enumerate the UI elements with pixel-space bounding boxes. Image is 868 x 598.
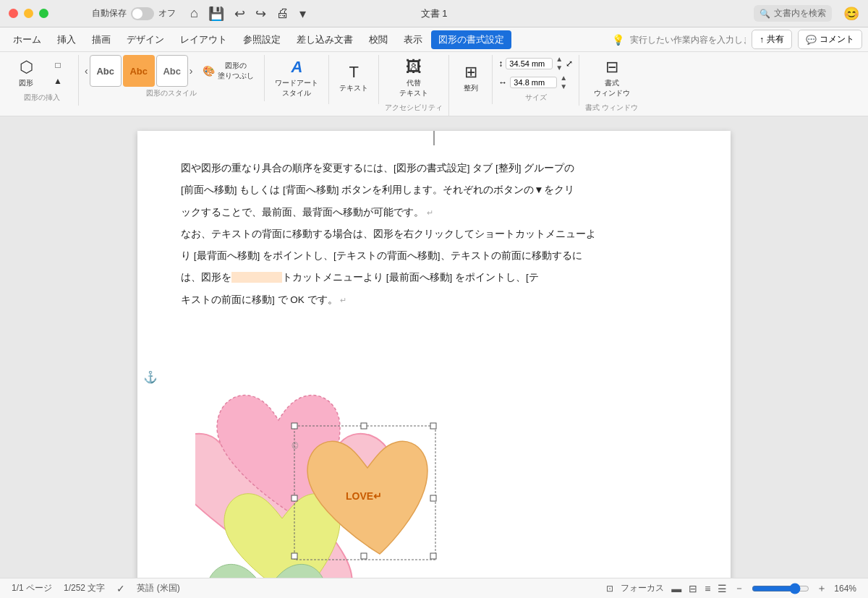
sel-handle-ml[interactable]	[292, 495, 297, 501]
ribbon-size-content: ↕ ▲ ▼ ⤢ ↔ ▲ ▼	[498, 55, 573, 91]
format-window-button[interactable]: ⊟ 書式 ウィンドウ	[590, 55, 634, 101]
close-button[interactable]	[9, 9, 18, 18]
ribbon-styles-content: ‹ Abc Abc Abc › 🎨 図形の 塗りつぶし	[85, 55, 258, 87]
menu-mailings[interactable]: 差し込み文書	[289, 30, 360, 49]
zoom-slider[interactable]	[752, 583, 809, 594]
sel-handle-br[interactable]	[430, 553, 436, 559]
ribbon: ⬡ 図形 □ ▲ 図形の挿入	[0, 52, 868, 116]
menu-review[interactable]: 校閲	[362, 30, 395, 49]
text-line-5: り [最背面へ移動] をポイントし、[テキストの背面へ移動]、テキストの前面に移…	[181, 250, 582, 261]
sel-handle-mr[interactable]	[430, 495, 436, 501]
shape-dropdown[interactable]: ⬡ 図形	[12, 55, 41, 91]
home-icon[interactable]: ⌂	[190, 6, 198, 21]
width-up[interactable]: ▲	[560, 74, 567, 82]
shape-sub-icon2: ▲	[54, 76, 62, 86]
user-icon[interactable]: 😊	[843, 6, 859, 22]
view-outline-icon[interactable]: ☰	[718, 583, 727, 594]
alt-text-button[interactable]: 🖼 代替 テキスト	[395, 55, 433, 101]
style-box-1[interactable]: Abc	[90, 55, 122, 87]
menu-draw[interactable]: 描画	[85, 30, 118, 49]
ribbon-group-styles: ‹ Abc Abc Abc › 🎨 図形の 塗りつぶし	[79, 55, 265, 101]
para-mark-1: ↵	[427, 208, 433, 217]
ribbon-arrange-content: ⊞ 整列	[456, 55, 485, 101]
style-box-3[interactable]: Abc	[156, 55, 188, 87]
styles-nav-next[interactable]: ›	[190, 65, 193, 77]
menu-references[interactable]: 参照設定	[236, 30, 288, 49]
wordart-icon: A	[291, 58, 302, 77]
size-height-row: ↕ ▲ ▼ ⤢	[498, 55, 573, 72]
search-box[interactable]: 🔍 文書内を検索	[754, 5, 832, 22]
arrange-icon: ⊞	[464, 63, 477, 82]
save-icon[interactable]: 💾	[208, 6, 224, 22]
shape-sub-btn1[interactable]: □	[43, 58, 72, 72]
print-icon[interactable]: 🖨	[276, 6, 289, 21]
language-indicator[interactable]: 英語 (米国)	[137, 582, 179, 594]
wordart-button[interactable]: A ワードアート スタイル	[271, 55, 323, 101]
height-up[interactable]: ▲	[556, 55, 563, 64]
styles-nav-prev[interactable]: ‹	[85, 65, 88, 77]
comment-icon: 💬	[806, 35, 817, 45]
height-down[interactable]: ▼	[556, 64, 563, 72]
width-down[interactable]: ▼	[560, 82, 567, 91]
share-button[interactable]: ↑ 共有	[752, 30, 792, 49]
status-right: ⊡ フォーカス ▬ ⊟ ≡ ☰ － ＋ 164%	[606, 582, 856, 595]
page-indicator: 1/1 ページ	[12, 582, 52, 594]
maximize-button[interactable]	[39, 9, 48, 18]
help-input[interactable]	[630, 35, 746, 45]
menu-bar: ホーム 挿入 描画 デザイン レイアウト 参照設定 差し込み文書 校閲 表示 図…	[0, 27, 868, 52]
content-area: ⚓ 図や図形の重なり具合の順序を変更するには、[図形の書式設定] タブ [整列]…	[0, 116, 868, 578]
view-web-icon[interactable]: ⊟	[689, 583, 697, 594]
menu-design[interactable]: デザイン	[119, 30, 171, 49]
para-6: は、図形を トカットメニューより [最前面へ移動] をポイントし、[テ	[181, 269, 687, 286]
style-box-2[interactable]: Abc	[123, 55, 155, 87]
share-icon: ↑	[760, 35, 764, 45]
zoom-out-button[interactable]: －	[734, 582, 744, 595]
size-width-input[interactable]	[510, 77, 557, 88]
sel-handle-bm[interactable]	[361, 553, 367, 559]
menu-view[interactable]: 表示	[396, 30, 430, 49]
ribbon-group-insert: ⬡ 図形 □ ▲ 図形の挿入	[6, 55, 79, 106]
size-group-label: サイズ	[525, 93, 547, 103]
ribbon-format-content: ⊟ 書式 ウィンドウ	[590, 55, 634, 101]
size-expand-icon: ⤢	[566, 59, 573, 69]
view-read-icon[interactable]: ≡	[705, 583, 710, 594]
menu-right: 💡 ↑ 共有 💬 コメント	[612, 30, 862, 49]
redo-icon[interactable]: ↪	[255, 6, 266, 22]
size-width-icon: ↔	[498, 77, 507, 87]
zoom-in-button[interactable]: ＋	[817, 582, 827, 595]
size-width-row: ↔ ▲ ▼	[498, 74, 573, 91]
view-normal-icon[interactable]: ▬	[671, 583, 681, 594]
sel-handle-bl[interactable]	[292, 553, 297, 559]
size-height-icon: ↕	[498, 59, 503, 69]
ribbon-insert-content: ⬡ 図形 □ ▲	[12, 55, 72, 91]
insert-row: ⬡ 図形 □ ▲	[12, 55, 72, 91]
sel-handle-tl[interactable]	[292, 423, 297, 429]
sel-handle-tr[interactable]	[430, 423, 436, 429]
menu-home[interactable]: ホーム	[6, 30, 48, 49]
sel-handle-tm[interactable]	[361, 423, 367, 429]
comment-button[interactable]: 💬 コメント	[798, 30, 862, 49]
shape-sub-btn2[interactable]: ▲	[43, 74, 72, 88]
proofing-icon[interactable]: ✓	[116, 583, 125, 594]
text-line-3: ックすることで、最前面、最背面へ移動が可能です。	[181, 207, 424, 218]
menu-shape-format[interactable]: 図形の書式設定	[431, 30, 511, 49]
styles-group-label: 図形のスタイル	[146, 88, 197, 98]
focus-label[interactable]: フォーカス	[621, 582, 664, 594]
minimize-button[interactable]	[24, 9, 33, 18]
arrange-button[interactable]: ⊞ 整列	[456, 55, 485, 101]
undo-icon[interactable]: ↩	[234, 6, 245, 22]
hearts-svg: © LOVE↵ LOVE↵ LOVE↵	[195, 370, 499, 578]
insert-group-label: 図形の挿入	[24, 93, 60, 103]
text-line-6: は、図形を	[181, 272, 231, 283]
menu-insert[interactable]: 挿入	[50, 30, 83, 49]
love-orange: LOVE↵	[346, 490, 382, 502]
text-button[interactable]: T テキスト	[335, 55, 373, 101]
format-window-icon: ⊟	[605, 58, 618, 77]
size-height-input[interactable]	[506, 58, 553, 69]
autosave-toggle[interactable]	[131, 7, 154, 20]
menu-layout[interactable]: レイアウト	[173, 30, 234, 49]
more-icon[interactable]: ▾	[299, 6, 306, 22]
lightbulb-icon: 💡	[612, 34, 624, 46]
fill-button[interactable]: 🎨 図形の 塗りつぶし	[198, 58, 258, 84]
document-title: 文書 1	[421, 7, 448, 20]
